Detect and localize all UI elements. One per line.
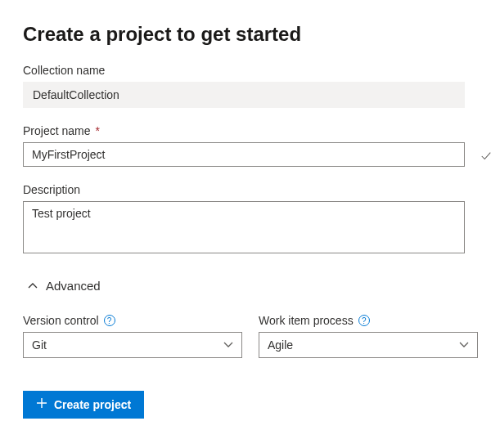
- work-item-process-value: Agile: [268, 338, 293, 352]
- version-control-select[interactable]: Git: [23, 332, 242, 358]
- info-icon[interactable]: ?: [358, 315, 370, 326]
- version-control-field: Version control ? Git: [23, 314, 242, 358]
- create-project-button[interactable]: Create project: [23, 391, 144, 419]
- description-input[interactable]: Test project: [23, 201, 465, 253]
- description-field: Description Test project: [23, 183, 477, 256]
- work-item-process-label-text: Work item process: [259, 314, 354, 327]
- project-name-input[interactable]: [23, 142, 465, 167]
- advanced-row: Version control ? Git Work item process …: [23, 314, 477, 358]
- work-item-process-label: Work item process ?: [259, 314, 478, 327]
- version-control-label: Version control ?: [23, 314, 242, 327]
- chevron-up-icon: [28, 281, 38, 291]
- create-project-label: Create project: [54, 398, 131, 411]
- page-title: Create a project to get started: [23, 23, 477, 46]
- collection-name-value: DefaultCollection: [23, 82, 465, 108]
- advanced-toggle[interactable]: Advanced: [28, 279, 101, 293]
- description-label: Description: [23, 183, 477, 196]
- project-name-label-text: Project name: [23, 124, 90, 137]
- project-name-field: Project name *: [23, 124, 477, 167]
- advanced-label: Advanced: [46, 279, 101, 293]
- chevron-down-icon: [459, 338, 469, 352]
- collection-name-field: Collection name DefaultCollection: [23, 64, 477, 108]
- version-control-value: Git: [32, 338, 47, 352]
- project-name-label: Project name *: [23, 124, 477, 137]
- version-control-label-text: Version control: [23, 314, 99, 327]
- required-indicator: *: [95, 124, 99, 137]
- work-item-process-field: Work item process ? Agile: [259, 314, 478, 358]
- info-icon[interactable]: ?: [104, 315, 115, 326]
- chevron-down-icon: [223, 338, 233, 352]
- checkmark-icon: [480, 150, 492, 164]
- plus-icon: [36, 397, 47, 412]
- work-item-process-select[interactable]: Agile: [259, 332, 478, 358]
- collection-name-label: Collection name: [23, 64, 477, 77]
